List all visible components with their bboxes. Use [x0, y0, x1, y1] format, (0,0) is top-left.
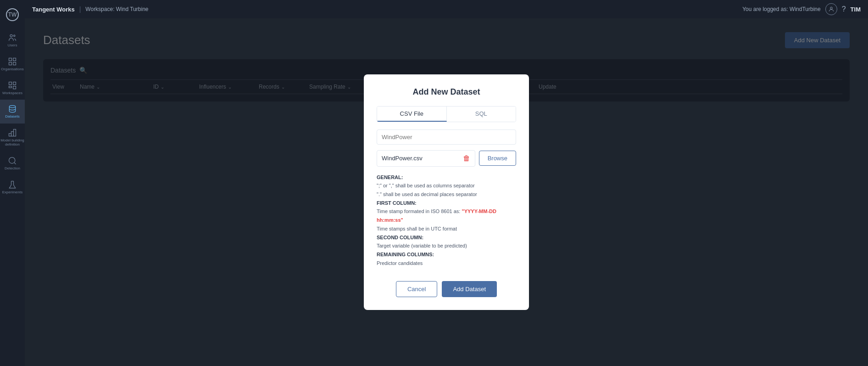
first-column-line1: Time stamp formated in ISO 8601 as: "YYY… — [377, 208, 496, 223]
sidebar-item-datasets-label: Datasets — [5, 115, 20, 119]
sidebar-logo: TW — [0, 5, 25, 28]
brand-icon: TW — [6, 8, 19, 21]
tab-sql[interactable]: SQL — [447, 107, 516, 122]
brand-name: Tangent Works — [32, 6, 75, 13]
sidebar-item-workspaces[interactable]: Workspaces — [0, 76, 25, 100]
first-column-line2: Time stamps shall be in UTC format — [377, 226, 457, 231]
file-delete-icon[interactable]: 🗑 — [463, 154, 470, 163]
svg-point-1 — [14, 35, 15, 36]
sidebar-item-model-label: Model building definition — [0, 139, 25, 147]
avatar — [825, 3, 837, 15]
sidebar-item-experiments-label: Experiments — [2, 191, 22, 195]
modal-tabs: CSV File SQL — [377, 106, 516, 122]
main-area: Tangent Works | Workspace: Wind Turbine … — [25, 0, 868, 366]
tab-csv-file[interactable]: CSV File — [377, 107, 447, 122]
sidebar-item-experiments[interactable]: Experiments — [0, 175, 25, 199]
sidebar-item-organisations[interactable]: Organisations — [0, 52, 25, 76]
sidebar-item-datasets[interactable]: Datasets — [0, 100, 25, 124]
users-icon — [8, 33, 17, 42]
svg-rect-4 — [9, 62, 12, 65]
svg-rect-5 — [13, 62, 16, 65]
general-line1: ";" or "," shall be used as columns sepa… — [377, 183, 475, 188]
sidebar-item-orgs-label: Organisations — [1, 68, 23, 72]
svg-rect-2 — [9, 58, 12, 61]
file-display: WindPower.csv 🗑 — [377, 150, 475, 167]
svg-rect-3 — [13, 58, 16, 61]
dataset-name-input[interactable] — [377, 130, 516, 145]
sidebar: TW Users Organisations Workspaces Datase… — [0, 0, 25, 366]
modal-footer: Cancel Add Dataset — [377, 276, 516, 297]
model-icon — [8, 128, 17, 137]
sidebar-item-workspaces-label: Workspaces — [2, 91, 22, 96]
file-row: WindPower.csv 🗑 Browse — [377, 150, 516, 167]
second-column-line1: Target variable (variable to be predicte… — [377, 243, 467, 248]
svg-point-0 — [10, 34, 12, 37]
svg-point-10 — [9, 157, 15, 163]
sidebar-item-users[interactable]: Users — [0, 28, 25, 52]
workspaces-icon — [8, 81, 17, 90]
sidebar-item-detection[interactable]: Detection — [0, 152, 25, 175]
file-name: WindPower.csv — [382, 155, 423, 162]
cancel-button[interactable]: Cancel — [396, 281, 437, 297]
second-column-header: SECOND COLUMN: — [377, 235, 423, 240]
detection-icon — [8, 156, 17, 165]
svg-point-12 — [830, 7, 832, 9]
top-bar-right: You are logged as: WindTurbine ? TIM — [742, 3, 861, 15]
svg-rect-9 — [14, 130, 16, 136]
add-dataset-button[interactable]: Add Dataset — [442, 281, 497, 297]
organisations-icon — [8, 57, 17, 66]
instructions: GENERAL: ";" or "," shall be used as col… — [377, 173, 516, 268]
svg-rect-7 — [9, 134, 11, 136]
workspace-name: Workspace: Wind Turbine — [85, 6, 148, 12]
general-header: GENERAL: — [377, 175, 403, 180]
username: TIM — [851, 6, 861, 13]
sidebar-item-detection-label: Detection — [5, 167, 20, 171]
remaining-header: REMAINING COLUMNS: — [377, 252, 434, 257]
content-area: Datasets Add New Dataset Datasets 🔍 View… — [25, 18, 868, 366]
sidebar-item-model[interactable]: Model building definition — [0, 124, 25, 152]
modal-overlay: Add New Dataset CSV File SQL WindPower.c… — [25, 18, 868, 366]
datasets-icon — [8, 104, 17, 113]
logged-in-text: You are logged as: WindTurbine — [742, 6, 821, 12]
svg-rect-8 — [11, 132, 14, 136]
svg-point-6 — [9, 106, 15, 108]
top-bar: Tangent Works | Workspace: Wind Turbine … — [25, 0, 868, 18]
browse-button[interactable]: Browse — [479, 151, 516, 166]
add-dataset-modal: Add New Dataset CSV File SQL WindPower.c… — [364, 74, 529, 310]
general-line2: "." shall be used as decimal places sepa… — [377, 191, 477, 197]
sidebar-item-users-label: Users — [8, 44, 17, 48]
help-icon[interactable]: ? — [842, 5, 846, 13]
separator: | — [79, 6, 81, 13]
remaining-line1: Predictor candidates — [377, 260, 423, 266]
experiments-icon — [8, 180, 17, 189]
modal-title: Add New Dataset — [377, 87, 516, 97]
first-column-header: FIRST COLUMN: — [377, 200, 417, 206]
